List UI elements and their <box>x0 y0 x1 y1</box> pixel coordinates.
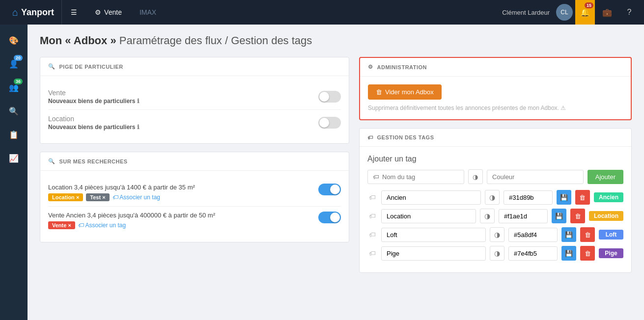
tag-icon-ancien: 🏷 <box>367 193 377 201</box>
recherche-1-tags: Location × Test × 🏷 Associer un tag <box>48 193 318 201</box>
recherche-2-title: Vente Ancien 3,4 pièces jusqu'à 400000 €… <box>48 212 318 219</box>
two-col-layout: 🔍 PIGE DE PARTICULIER Vente Nouveaux bie… <box>40 57 632 273</box>
pige-location-info-icon[interactable]: ℹ <box>137 124 140 131</box>
pige-location-sublabel: Nouveaux biens de particuliers ℹ <box>48 124 140 131</box>
recherche-2-tags: Vente × 🏷 Associer un tag <box>48 221 318 229</box>
pige-vente-label: Vente <box>48 89 140 97</box>
notifications-badge: 15 <box>585 2 593 8</box>
recherche-1-toggle[interactable] <box>318 184 341 195</box>
tags-card: 🏷 GESTION DES TAGS Ajouter un tag 🏷 ◑ <box>359 128 632 273</box>
pige-location-toggle[interactable] <box>318 117 341 129</box>
vider-adbox-label: Vider mon Adbox <box>385 88 434 96</box>
notifications-btn[interactable]: 🔔 15 <box>575 0 595 25</box>
tag-name-input[interactable] <box>382 173 459 181</box>
avatar-initials: CL <box>560 9 568 16</box>
sidebar-icon-search[interactable]: 🔍 <box>3 100 25 122</box>
delete-tag-location-btn[interactable]: 🗑 <box>570 209 585 223</box>
brand-name: Yanport <box>21 7 54 18</box>
tag-name-field-pige[interactable] <box>381 246 486 261</box>
user-badge: 20 <box>14 55 23 61</box>
color-input[interactable] <box>492 173 578 181</box>
nav-menu-btn[interactable]: ☰ <box>62 0 86 25</box>
tag-name-input-wrapper: 🏷 <box>367 170 464 184</box>
pige-location-label: Location <box>48 115 140 123</box>
tag-name-field-location[interactable] <box>381 209 476 223</box>
tag-vente[interactable]: Vente × <box>48 221 75 229</box>
doc-icon: 📋 <box>9 130 19 139</box>
tags-card-title: GESTION DES TAGS <box>377 134 434 140</box>
save-tag-loft-btn[interactable]: 💾 <box>561 227 576 242</box>
tag-color-field-location[interactable] <box>499 209 548 223</box>
recherches-card-body: Location 3,4 pièces jusqu'à 1400 € à par… <box>40 171 349 242</box>
group-badge: 36 <box>14 79 23 84</box>
admin-note: Supprimera définitivement toutes les ann… <box>368 105 623 111</box>
search-icon-small: 🔍 <box>48 63 56 70</box>
save-tag-ancien-btn[interactable]: 💾 <box>557 190 571 205</box>
brand-logo[interactable]: ⌂ Yanport <box>5 7 61 18</box>
add-tag-row: 🏷 ◑ Ajouter <box>367 169 623 184</box>
tag-icon-location: 🏷 <box>367 212 377 220</box>
col-right: ⚙ ADMINISTRATION 🗑 Vider mon Adbox Suppr… <box>359 57 632 273</box>
chart-icon: 📈 <box>9 154 19 163</box>
pige-vente-sublabel: Nouveaux biens de particuliers ℹ <box>48 98 140 105</box>
nav-vente-btn[interactable]: ⚙ Vente <box>86 0 131 25</box>
search-icon: 🔍 <box>9 107 19 116</box>
add-tag-button[interactable]: Ajouter <box>588 170 623 184</box>
recherche-2-info: Vente Ancien 3,4 pièces jusqu'à 400000 €… <box>48 212 318 229</box>
sidebar-icon-doc[interactable]: 📋 <box>3 124 25 145</box>
delete-tag-pige-btn[interactable]: 🗑 <box>580 246 595 261</box>
recherche-1-title: Location 3,4 pièces jusqu'à 1400 € à par… <box>48 184 318 191</box>
assoc-tag-1[interactable]: 🏷 Associer un tag <box>112 194 160 201</box>
house-icon: ⌂ <box>12 7 18 18</box>
tag-preview-location: Location <box>589 211 623 221</box>
sidebar-icon-user[interactable]: 👤 20 <box>3 53 25 75</box>
pige-vente-row: Vente Nouveaux biens de particuliers ℹ <box>48 84 341 110</box>
contrast-btn-pige[interactable]: ◑ <box>490 246 504 261</box>
pige-vente-toggle[interactable] <box>318 91 341 103</box>
admin-card-body: 🗑 Vider mon Adbox Supprimera définitivem… <box>360 77 631 119</box>
recherches-card: 🔍 SUR MES RECHERCHES Location 3,4 pièces… <box>40 152 349 242</box>
pige-card-header: 🔍 PIGE DE PARTICULIER <box>40 57 349 76</box>
nav-imax-btn[interactable]: IMAX <box>131 0 165 25</box>
admin-card-title: ADMINISTRATION <box>377 64 427 70</box>
page-title-suffix: Paramétrage des flux / Gestion des tags <box>119 34 312 47</box>
help-btn[interactable]: ? <box>619 0 639 25</box>
contrast-btn-loft[interactable]: ◑ <box>490 227 504 242</box>
delete-tag-loft-btn[interactable]: 🗑 <box>580 227 595 242</box>
sidebar-icon-palette[interactable]: 🎨 <box>3 29 25 51</box>
tag-name-field-loft[interactable] <box>381 228 486 242</box>
avatar: CL <box>556 4 573 21</box>
tag-color-field-loft[interactable] <box>508 228 558 242</box>
wallet-btn[interactable]: 💼 <box>597 0 617 25</box>
sidebar-icon-group[interactable]: 👥 36 <box>3 77 25 98</box>
sidebar-icon-chart[interactable]: 📈 <box>3 147 25 169</box>
contrast-btn-ancien[interactable]: ◑ <box>485 190 500 205</box>
delete-tag-ancien-btn[interactable]: 🗑 <box>575 190 590 205</box>
tag-color-field-ancien[interactable] <box>504 190 553 205</box>
save-tag-location-btn[interactable]: 💾 <box>552 209 566 223</box>
recherches-card-header: 🔍 SUR MES RECHERCHES <box>40 152 349 171</box>
admin-card-header: ⚙ ADMINISTRATION <box>360 58 631 77</box>
assoc-tag-2[interactable]: 🏷 Associer un tag <box>78 222 126 229</box>
layout: 🎨 👤 20 👥 36 🔍 📋 📈 Mon « Adbox » Paramétr… <box>0 25 644 320</box>
page-title: Mon « Adbox » Paramétrage des flux / Ges… <box>40 34 632 47</box>
contrast-btn-location[interactable]: ◑ <box>480 209 495 223</box>
tag-name-field-ancien[interactable] <box>381 190 481 205</box>
save-tag-pige-btn[interactable]: 💾 <box>561 246 576 261</box>
page-title-prefix: Mon « Adbox » <box>40 34 116 47</box>
tag-icon-loft: 🏷 <box>367 231 377 239</box>
tag-location[interactable]: Location × <box>48 193 83 201</box>
recherche-row-1: Location 3,4 pièces jusqu'à 1400 € à par… <box>48 179 341 207</box>
tag-preview-pige: Pige <box>599 248 623 258</box>
pige-vente-info-icon[interactable]: ℹ <box>137 98 140 105</box>
tag-icon-pige: 🏷 <box>367 249 377 257</box>
add-tag-title: Ajouter un tag <box>367 155 623 163</box>
tag-icon-header: 🏷 <box>367 134 373 140</box>
admin-note-text: Supprimera définitivement toutes les ann… <box>368 105 566 111</box>
tag-color-field-pige[interactable] <box>508 246 558 261</box>
recherche-2-toggle[interactable] <box>318 212 341 223</box>
trash-icon: 🗑 <box>376 88 382 96</box>
tag-test[interactable]: Test × <box>86 193 109 201</box>
contrast-btn-new[interactable]: ◑ <box>468 169 483 184</box>
vider-adbox-button[interactable]: 🗑 Vider mon Adbox <box>368 84 442 100</box>
